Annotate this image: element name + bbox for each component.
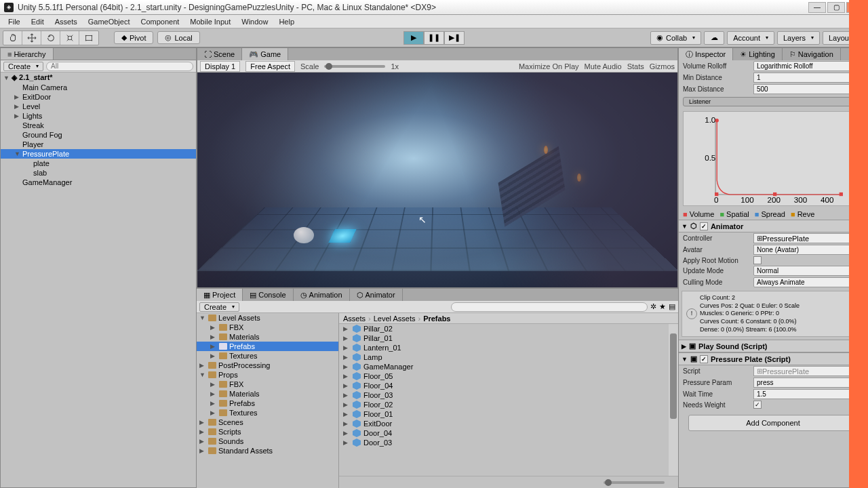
hierarchy-item[interactable]: Player	[1, 140, 196, 149]
folder-item[interactable]: ▶Sounds	[197, 436, 338, 446]
folder-item[interactable]: ▶Prefabs	[197, 399, 338, 408]
culling-mode-select[interactable]: Always Animate	[753, 277, 863, 287]
account-dropdown[interactable]: Account	[727, 31, 774, 45]
folder-item[interactable]: ▶Scripts	[197, 427, 338, 436]
folder-item[interactable]: ▶Materials	[197, 332, 338, 342]
menu-window[interactable]: Window	[236, 16, 273, 27]
asset-item[interactable]: ▶Floor_01	[339, 409, 678, 419]
rect-tool-button[interactable]	[79, 31, 98, 45]
max-distance-field[interactable]: 500	[753, 84, 863, 94]
maximize-button[interactable]: ▢	[827, 2, 845, 13]
game-tab[interactable]: 🎮 Game	[242, 48, 288, 60]
animator-component-header[interactable]: ▼⬡ ✓ Animator	[679, 220, 867, 232]
hierarchy-list[interactable]: ▼◈ 2.1_start*Main Camera▶ExitDoor▶Level▶…	[1, 73, 196, 487]
move-tool-button[interactable]	[22, 31, 41, 45]
mute-audio-toggle[interactable]: Mute Audio	[585, 62, 622, 70]
menu-edit[interactable]: Edit	[26, 16, 50, 27]
asset-item[interactable]: ▶Lantern_01	[339, 343, 678, 352]
rotate-tool-button[interactable]	[41, 31, 60, 45]
asset-item[interactable]: ▶GameManager	[339, 362, 678, 371]
collab-dropdown[interactable]: ◉ Collab	[650, 31, 701, 45]
scene-root[interactable]: ▼◈ 2.1_start*	[1, 73, 196, 83]
save-search-icon[interactable]: ▤	[669, 302, 675, 311]
menu-gameobject[interactable]: GameObject	[83, 16, 136, 27]
listener-tag[interactable]: Listener	[683, 97, 863, 106]
gizmos-toggle[interactable]: Gizmos	[650, 62, 675, 70]
scene-tab[interactable]: ⛶ Scene	[197, 48, 242, 60]
scale-tool-button[interactable]	[60, 31, 79, 45]
asset-item[interactable]: ▶Door_04	[339, 428, 678, 438]
pressure-enabled-checkbox[interactable]: ✓	[700, 355, 708, 363]
folder-item[interactable]: ▼Level Assets	[197, 313, 338, 323]
folder-item[interactable]: ▶FBX	[197, 323, 338, 332]
play-button[interactable]: ▶	[403, 31, 424, 45]
folder-item[interactable]: ▶Prefabs	[197, 342, 338, 351]
rolloff-select[interactable]: Logarithmic Rolloff	[753, 61, 863, 71]
folder-item[interactable]: ▶PostProcessing	[197, 361, 338, 370]
hierarchy-item[interactable]: Streak	[1, 121, 196, 130]
display-select[interactable]: Display 1	[200, 61, 240, 72]
hierarchy-item[interactable]: ▶Level	[1, 102, 196, 111]
folder-item[interactable]: ▶FBX	[197, 380, 338, 389]
asset-item[interactable]: ▶Pillar_01	[339, 333, 678, 343]
project-create-dropdown[interactable]: Create	[199, 302, 239, 312]
asset-list[interactable]: ▶Pillar_02▶Pillar_01▶Lantern_01▶Lamp▶Gam…	[339, 324, 678, 476]
pivot-toggle[interactable]: ◆ Pivot	[114, 31, 153, 44]
inspector-tab[interactable]: ⓘ Inspector	[679, 48, 733, 60]
menu-mobile-input[interactable]: Mobile Input	[184, 16, 236, 27]
needs-weight-checkbox[interactable]: ✓	[753, 401, 762, 409]
controller-field[interactable]: ⊞ PressurePlate	[753, 233, 863, 243]
pressure-param-field[interactable]: press	[753, 378, 863, 388]
filter-icon[interactable]: ✲	[650, 302, 656, 311]
asset-item[interactable]: ▶Door_03	[339, 438, 678, 447]
folder-item[interactable]: ▶Standard Assets	[197, 446, 338, 455]
asset-item[interactable]: ▶Pillar_02	[339, 324, 678, 333]
avatar-field[interactable]: None (Avatar)	[753, 245, 863, 255]
aspect-select[interactable]: Free Aspect	[245, 61, 295, 72]
asset-item[interactable]: ▶Floor_05	[339, 371, 678, 381]
hand-tool-button[interactable]	[3, 31, 22, 45]
scrollbar[interactable]	[669, 324, 678, 476]
folder-item[interactable]: ▼Props	[197, 370, 338, 380]
project-search-input[interactable]	[451, 302, 648, 312]
asset-item[interactable]: ▶Lamp	[339, 352, 678, 362]
asset-item[interactable]: ▶ExitDoor	[339, 419, 678, 428]
favorite-icon[interactable]: ★	[659, 302, 666, 311]
hierarchy-tab[interactable]: ≡ Hierarchy	[1, 48, 54, 60]
animator-tab[interactable]: ⬡ Animator	[350, 289, 403, 301]
hierarchy-item[interactable]: ▼PressurePlate	[1, 149, 196, 159]
step-button[interactable]: ▶❚	[444, 31, 465, 45]
asset-item[interactable]: ▶Floor_04	[339, 381, 678, 390]
maximize-on-play-toggle[interactable]: Maximize On Play	[519, 62, 579, 70]
lighting-tab[interactable]: ☀ Lighting	[733, 48, 783, 60]
pause-button[interactable]: ❚❚	[424, 31, 444, 45]
root-motion-checkbox[interactable]	[753, 256, 762, 264]
breadcrumb[interactable]: Assets› Level Assets› Prefabs	[339, 313, 678, 324]
folder-item[interactable]: ▶Scenes	[197, 418, 338, 427]
menu-component[interactable]: Component	[135, 16, 184, 27]
asset-item[interactable]: ▶Floor_03	[339, 390, 678, 400]
play-sound-component-header[interactable]: ▶▣ Play Sound (Script)	[679, 340, 867, 352]
console-tab[interactable]: ▤ Console	[243, 289, 293, 301]
folder-item[interactable]: ▶Textures	[197, 408, 338, 418]
navigation-tab[interactable]: ⚐ Navigation	[783, 48, 841, 60]
update-mode-select[interactable]: Normal	[753, 266, 863, 276]
game-view[interactable]: ↖	[197, 73, 677, 287]
add-component-button[interactable]: Add Component	[688, 415, 858, 431]
scale-slider[interactable]	[324, 65, 385, 68]
hierarchy-item[interactable]: plate	[1, 159, 196, 168]
layers-dropdown[interactable]: Layers	[777, 31, 820, 45]
minimize-button[interactable]: —	[808, 2, 826, 13]
menu-assets[interactable]: Assets	[50, 16, 83, 27]
local-toggle[interactable]: ◎ Local	[157, 31, 199, 44]
animator-enabled-checkbox[interactable]: ✓	[700, 222, 708, 230]
hierarchy-item[interactable]: ▶Lights	[1, 111, 196, 121]
menu-file[interactable]: File	[3, 16, 26, 27]
stats-toggle[interactable]: Stats	[627, 62, 644, 70]
menu-help[interactable]: Help	[273, 16, 300, 27]
icon-size-slider[interactable]	[604, 481, 665, 484]
hierarchy-item[interactable]: GameManager	[1, 178, 196, 187]
animation-tab[interactable]: ◷ Animation	[294, 289, 350, 301]
project-folders[interactable]: ▼Level Assets▶FBX▶Materials▶Prefabs▶Text…	[197, 313, 339, 488]
asset-item[interactable]: ▶Floor_02	[339, 400, 678, 409]
